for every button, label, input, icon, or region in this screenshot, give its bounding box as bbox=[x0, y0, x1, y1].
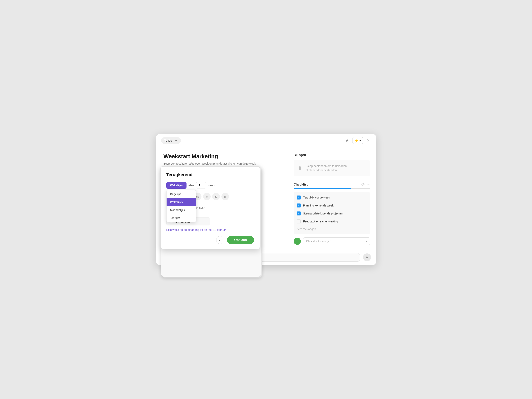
checklist-header: Checklist 0/4 → bbox=[294, 183, 370, 186]
checklist-item-text: Feedback en samenwerking bbox=[303, 220, 338, 223]
checklist-progress-fill bbox=[294, 188, 351, 189]
checklist-item: Feedback en samenwerking bbox=[294, 217, 370, 225]
checkbox-2[interactable] bbox=[297, 203, 301, 208]
add-item-input[interactable]: Item toevoegen bbox=[294, 225, 370, 233]
interval-input[interactable] bbox=[196, 182, 206, 189]
upload-text: Sleep bestanden om te uploaden of blader… bbox=[306, 164, 347, 172]
send-button[interactable]: ➤ bbox=[363, 253, 371, 261]
task-title: Weekstart Marketing bbox=[164, 153, 281, 160]
save-label: Opslaan bbox=[234, 238, 247, 242]
day-vr[interactable]: vr bbox=[203, 193, 211, 200]
checklist-items: Terugblik vorige week Planning komende w… bbox=[294, 192, 370, 234]
frequency-tab-button[interactable]: Wekelijks bbox=[166, 182, 187, 189]
popup-recur-summary[interactable]: Elke week op de maandag tot en met 12 fe… bbox=[166, 228, 254, 231]
star-button[interactable]: ★ bbox=[344, 137, 350, 144]
attachments-title: Bijlagen bbox=[294, 153, 370, 157]
checklist-select-chevron-icon: ▾ bbox=[366, 240, 367, 243]
add-checklist-row: + Checklist toevoegen ▾ bbox=[294, 237, 370, 245]
unit-label: week bbox=[208, 184, 215, 187]
send-icon: ➤ bbox=[365, 255, 368, 260]
day-za[interactable]: za bbox=[212, 193, 220, 200]
checklist-item-text: Terugblik vorige week bbox=[303, 196, 330, 199]
task-description: Bespreek resultaten afgelopen week en pl… bbox=[164, 162, 281, 166]
dropdown-item-dagelijks[interactable]: Dagelijks bbox=[167, 190, 196, 198]
lightning-button[interactable]: ⚡ ▾ bbox=[352, 137, 363, 144]
checklist-count: 0/4 bbox=[361, 183, 365, 186]
add-checklist-button[interactable]: + bbox=[294, 238, 301, 245]
popup-title: Terugkerend bbox=[166, 172, 254, 177]
checkbox-3[interactable] bbox=[297, 211, 301, 215]
checklist-title: Checklist bbox=[294, 183, 308, 186]
recur-interval-row: Wekelijks Dagelijks Wekelijks Maandelijk… bbox=[166, 182, 254, 189]
checklist-item: Planning komende week bbox=[294, 202, 370, 209]
frequency-tab-label: Wekelijks bbox=[170, 184, 183, 187]
lightning-icon: ⚡ bbox=[355, 138, 359, 143]
modal-header: To Do → ★ ⚡ ▾ ✕ bbox=[156, 134, 376, 147]
checkbox-1[interactable] bbox=[297, 196, 301, 200]
header-actions: ★ ⚡ ▾ ✕ bbox=[344, 137, 371, 144]
checklist-item: Statusupdate lopende projecten bbox=[294, 209, 370, 217]
checklist-item-text: Planning komende week bbox=[303, 204, 334, 207]
main-modal: To Do → ★ ⚡ ▾ ✕ Weekstart Marketing Besp… bbox=[156, 134, 376, 265]
back-button[interactable]: ← bbox=[216, 236, 224, 244]
popup-actions: ← Opslaan bbox=[166, 236, 254, 244]
breadcrumb[interactable]: To Do → bbox=[161, 137, 181, 144]
dropdown-item-jaarlijks[interactable]: Jaarlijks bbox=[167, 214, 196, 222]
breadcrumb-arrow-icon: → bbox=[174, 139, 178, 143]
checklist-item-text: Statusupdate lopende projecten bbox=[303, 212, 343, 215]
save-button[interactable]: Opslaan bbox=[227, 236, 254, 244]
day-zo[interactable]: zo bbox=[222, 193, 229, 200]
recurring-popup: Terugkerend Wekelijks Dagelijks Wekelijk… bbox=[160, 166, 260, 249]
frequency-dropdown: Dagelijks Wekelijks Maandelijks Jaarlijk… bbox=[166, 190, 196, 222]
checklist-progress-bar bbox=[294, 188, 370, 189]
star-icon: ★ bbox=[346, 138, 349, 143]
breadcrumb-label: To Do bbox=[164, 139, 172, 142]
upload-icon: ⬆ bbox=[298, 165, 302, 171]
checkbox-4[interactable] bbox=[297, 219, 301, 223]
checklist-expand-icon[interactable]: → bbox=[367, 183, 370, 186]
recurring-popup-overlay: Terugkerend Wekelijks Dagelijks Wekelijk… bbox=[160, 166, 260, 249]
checklist-select-label: Checklist toevoegen bbox=[306, 240, 331, 243]
upload-zone[interactable]: ⬆ Sleep bestanden om te uploaden of blad… bbox=[294, 160, 370, 176]
every-label: elke bbox=[189, 184, 194, 187]
checklist-item: Terugblik vorige week bbox=[294, 194, 370, 202]
dropdown-item-maandelijks[interactable]: Maandelijks bbox=[167, 206, 196, 214]
back-icon: ← bbox=[218, 238, 222, 242]
close-icon: ✕ bbox=[367, 138, 370, 143]
chevron-down-icon: ▾ bbox=[359, 138, 361, 143]
right-column: Bijlagen ⬆ Sleep bestanden om te uploade… bbox=[288, 147, 376, 250]
close-button[interactable]: ✕ bbox=[365, 137, 371, 144]
checklist-select[interactable]: Checklist toevoegen ▾ bbox=[303, 237, 370, 245]
dropdown-item-wekelijks[interactable]: Wekelijks bbox=[167, 198, 196, 206]
